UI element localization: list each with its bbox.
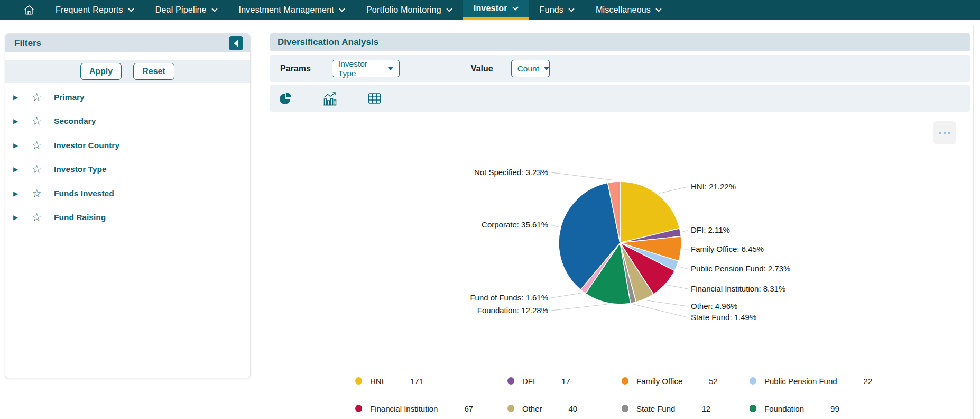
legend-swatch	[622, 377, 628, 385]
star-icon[interactable]: ☆	[32, 92, 49, 103]
nav-item-label: Deal Pipeline	[155, 5, 207, 15]
filters-panel: Filters Apply Reset ▶ ☆ Primary ▶ ☆ Seco…	[5, 33, 251, 378]
expand-caret-icon[interactable]: ▶	[13, 214, 23, 221]
dropdown-arrow-icon	[388, 67, 393, 70]
home-button[interactable]	[14, 0, 44, 20]
pie-leader-line	[646, 300, 688, 306]
chevron-down-icon	[211, 6, 217, 12]
legend-item-state-fund[interactable]: State Fund 12	[622, 403, 710, 414]
legend-count: 22	[864, 377, 873, 386]
legend-swatch	[507, 377, 514, 385]
pie-leader-line	[634, 304, 688, 317]
params-dropdown-value: Investor Type	[338, 59, 383, 78]
pie-leader-line	[678, 267, 688, 269]
nav-item-label: Frequent Reports	[56, 5, 123, 15]
filter-item-label: Funds Invested	[54, 189, 114, 198]
table-icon	[368, 92, 381, 105]
legend-swatch	[622, 405, 628, 412]
pie-chart-view-button[interactable]	[279, 92, 292, 105]
scrollbar-track[interactable]	[973, 25, 974, 419]
bar-chart-view-button[interactable]	[322, 92, 337, 106]
pie-slice-label: Corporate: 35.61%	[482, 220, 548, 229]
legend-label: DFI	[522, 377, 535, 386]
nav-item-frequent-reports[interactable]: Frequent Reports	[44, 0, 144, 20]
pie-leader-line	[551, 293, 582, 298]
params-dropdown[interactable]: Investor Type	[332, 60, 400, 77]
chevron-down-icon	[339, 6, 345, 12]
nav-item-portfolio-monitoring[interactable]: Portfolio Monitoring	[355, 0, 463, 20]
expand-caret-icon[interactable]: ▶	[13, 190, 23, 197]
table-view-button[interactable]	[368, 92, 381, 105]
legend-count: 40	[569, 404, 578, 413]
filters-title: Filters	[14, 38, 229, 49]
params-row: Params Investor Type Value Count	[270, 55, 970, 82]
nav-item-label: Investor	[474, 4, 507, 13]
pie-leader-line	[551, 225, 559, 227]
dropdown-arrow-icon	[544, 67, 549, 70]
nav-item-miscellaneous[interactable]: Miscellaneous	[585, 0, 672, 20]
pie-slice-label: HNI: 21.22%	[691, 182, 736, 191]
collapse-panel-button[interactable]	[229, 36, 243, 50]
reset-button[interactable]: Reset	[133, 63, 174, 80]
filter-item-primary[interactable]: ▶ ☆ Primary	[5, 90, 250, 104]
filter-item-label: Primary	[54, 93, 85, 102]
star-icon[interactable]: ☆	[32, 164, 49, 175]
app-window: Frequent Reports Deal Pipeline Investmen…	[0, 0, 980, 419]
chart-area: HNI: 21.22%DFI: 2.11%Family Office: 6.45…	[270, 113, 970, 419]
filter-item-investor-type[interactable]: ▶ ☆ Investor Type	[5, 162, 250, 176]
expand-caret-icon[interactable]: ▶	[13, 166, 23, 173]
chart-context-menu-button[interactable]	[933, 121, 956, 144]
legend-item-financial-institution[interactable]: Financial Institution 67	[355, 403, 473, 414]
legend-count: 171	[410, 377, 423, 386]
nav-item-label: Funds	[540, 5, 563, 15]
filter-item-label: Investor Type	[54, 165, 107, 174]
star-icon[interactable]: ☆	[32, 140, 49, 151]
chevron-down-icon	[512, 4, 518, 10]
filter-item-secondary[interactable]: ▶ ☆ Secondary	[5, 114, 250, 128]
filter-item-fund-raising[interactable]: ▶ ☆ Fund Raising	[5, 211, 250, 224]
legend-item-hni[interactable]: HNI 171	[355, 376, 423, 386]
legend-count: 52	[709, 377, 718, 386]
nav-item-deal-pipeline[interactable]: Deal Pipeline	[144, 0, 228, 20]
filter-item-investor-country[interactable]: ▶ ☆ Investor Country	[5, 139, 250, 152]
pie-leader-line	[682, 230, 688, 232]
params-label: Params	[280, 64, 311, 74]
chevron-down-icon	[128, 6, 134, 12]
value-label: Value	[471, 64, 493, 74]
legend-item-other[interactable]: Other 40	[507, 403, 577, 414]
legend-label: Other	[522, 404, 542, 413]
nav-item-investment-management[interactable]: Investment Management	[228, 0, 355, 20]
legend-item-family-office[interactable]: Family Office 52	[622, 376, 718, 386]
nav-item-funds[interactable]: Funds	[529, 0, 585, 20]
legend-swatch	[355, 377, 362, 385]
value-dropdown[interactable]: Count	[511, 60, 550, 77]
pie-chart-icon	[279, 92, 292, 105]
legend-swatch	[355, 405, 362, 412]
pie-slice-label: Other: 4.96%	[691, 302, 737, 311]
filter-item-label: Investor Country	[54, 141, 119, 150]
legend-swatch	[750, 405, 756, 412]
legend-item-foundation[interactable]: Foundation 99	[750, 403, 839, 414]
nav-item-label: Investment Management	[239, 5, 334, 15]
star-icon[interactable]: ☆	[32, 212, 49, 223]
legend-label: Financial Institution	[370, 404, 438, 413]
nav-item-investor[interactable]: Investor	[463, 0, 529, 20]
report-header: Diversification Analysis	[270, 33, 970, 51]
expand-caret-icon[interactable]: ▶	[13, 142, 23, 149]
legend-item-dfi[interactable]: DFI 17	[507, 376, 570, 386]
pie-leader-line	[551, 304, 607, 311]
expand-caret-icon[interactable]: ▶	[13, 117, 23, 125]
legend-count: 12	[701, 404, 710, 413]
value-dropdown-value: Count	[517, 64, 539, 74]
pie-slice-label: DFI: 2.11%	[691, 225, 730, 234]
pie-slice-label: Financial Institution: 8.31%	[691, 284, 785, 293]
pie-slice-label: Family Office: 6.45%	[691, 244, 764, 253]
legend-item-public-pension-fund[interactable]: Public Pension Fund 22	[750, 376, 872, 386]
legend-swatch	[750, 377, 756, 385]
apply-button[interactable]: Apply	[80, 63, 122, 80]
expand-caret-icon[interactable]: ▶	[13, 94, 23, 101]
star-icon[interactable]: ☆	[32, 188, 49, 199]
filter-item-funds-invested[interactable]: ▶ ☆ Funds Invested	[5, 187, 250, 201]
star-icon[interactable]: ☆	[32, 116, 49, 126]
legend-label: Public Pension Fund	[764, 377, 837, 386]
